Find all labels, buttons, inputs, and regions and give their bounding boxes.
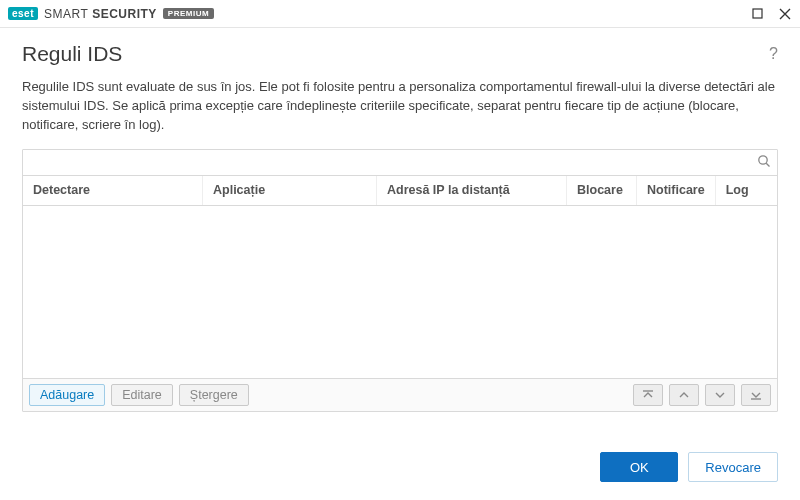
- move-top-button[interactable]: [633, 384, 663, 406]
- column-header-app[interactable]: Aplicație: [203, 176, 377, 205]
- add-button[interactable]: Adăugare: [29, 384, 105, 406]
- column-header-notif[interactable]: Notificare: [637, 176, 716, 205]
- delete-button[interactable]: Ștergere: [179, 384, 249, 406]
- svg-rect-0: [753, 9, 762, 18]
- cancel-button[interactable]: Revocare: [688, 452, 778, 482]
- page-description: Regulile IDS sunt evaluate de sus în jos…: [22, 78, 778, 135]
- column-header-log[interactable]: Log: [716, 176, 777, 205]
- product-name: SMART SECURITY: [44, 7, 157, 21]
- table-header: Detectare Aplicație Adresă IP la distanț…: [23, 176, 777, 206]
- move-up-button[interactable]: [669, 384, 699, 406]
- table-actions: Adăugare Editare Ștergere: [23, 378, 777, 411]
- table-search-row: [23, 150, 777, 176]
- column-header-block[interactable]: Blocare: [567, 176, 637, 205]
- svg-point-1: [759, 155, 767, 163]
- move-down-button[interactable]: [705, 384, 735, 406]
- brand-logo: eset: [8, 7, 38, 20]
- titlebar: eset SMART SECURITY PREMIUM: [0, 0, 800, 28]
- page-title: Reguli IDS: [22, 42, 122, 66]
- column-header-detect[interactable]: Detectare: [23, 176, 203, 205]
- table-search-input[interactable]: [31, 155, 757, 170]
- ok-button[interactable]: OK: [600, 452, 678, 482]
- table-body: [23, 206, 777, 378]
- column-header-ip[interactable]: Adresă IP la distanță: [377, 176, 567, 205]
- move-bottom-button[interactable]: [741, 384, 771, 406]
- rules-table: Detectare Aplicație Adresă IP la distanț…: [22, 149, 778, 412]
- edit-button[interactable]: Editare: [111, 384, 173, 406]
- window-close-button[interactable]: [778, 7, 792, 21]
- premium-badge: PREMIUM: [163, 8, 214, 19]
- help-icon[interactable]: ?: [769, 45, 778, 63]
- page-title-row: Reguli IDS ?: [22, 42, 778, 66]
- window-maximize-button[interactable]: [750, 7, 764, 21]
- dialog-footer: OK Revocare: [600, 452, 778, 482]
- search-icon[interactable]: [757, 154, 771, 171]
